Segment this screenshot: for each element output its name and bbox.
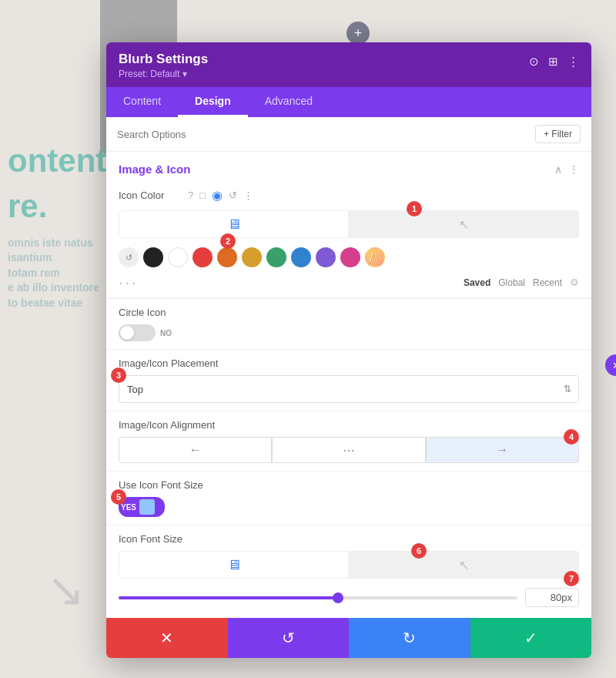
align-right-btn[interactable]: →: [426, 437, 579, 463]
font-size-device-left[interactable]: 🖥: [119, 551, 349, 579]
layout-icon[interactable]: ⊞: [548, 55, 558, 69]
color-active-icon[interactable]: ◉: [212, 188, 223, 203]
color-settings-icon[interactable]: ⚙: [570, 277, 579, 288]
section-title: Image & Icon: [119, 163, 190, 176]
badge-6: 6: [411, 543, 427, 559]
modal-title: Blurb Settings: [119, 52, 208, 67]
saved-tab-global[interactable]: Global: [498, 277, 525, 288]
section-header-image-icon: Image & Icon ∧ ⋮: [106, 152, 591, 183]
slider-track: [119, 596, 517, 599]
icon-color-controls: ? □ ◉ ↺ ⋮: [188, 188, 253, 203]
alignment-section: Image/Icon Alignment 4 ← ⋯ →: [106, 411, 591, 471]
placement-section: Image/Icon Placement 3 Top ⇅: [106, 349, 591, 411]
search-bar: + Filter: [106, 117, 591, 152]
arrow-decoration: ↘: [46, 562, 85, 616]
badge-7: 7: [564, 571, 579, 586]
color-preview-left[interactable]: 🖥: [119, 210, 349, 238]
blurb-settings-modal: Blurb Settings Preset: Default ▾ ⊙ ⊞ ⋮ C…: [106, 42, 591, 658]
tab-advanced[interactable]: Advanced: [248, 87, 330, 117]
section-more-icon[interactable]: ⋮: [568, 163, 579, 176]
font-size-section: Icon Font Size 6 🖥 ↖ 7: [106, 525, 591, 618]
badge-3: 3: [111, 368, 126, 383]
modal-preset[interactable]: Preset: Default ▾: [119, 69, 208, 79]
swatch-gradient[interactable]: /: [365, 247, 385, 267]
font-size-label: Icon Font Size: [119, 533, 579, 545]
tabs-bar: Content Design Advanced: [106, 87, 591, 117]
alignment-label: Image/Icon Alignment: [119, 419, 579, 431]
slider-container[interactable]: [119, 593, 517, 602]
saved-tabs: Saved Global Recent ⚙: [464, 277, 579, 288]
swatch-white[interactable]: [168, 247, 188, 267]
placement-label: Image/Icon Placement: [119, 357, 579, 369]
reset-icon[interactable]: ↺: [229, 190, 237, 201]
search-input[interactable]: [117, 129, 535, 140]
yes-label: YES: [121, 503, 136, 512]
help-icon[interactable]: ?: [188, 190, 193, 201]
swatch-black[interactable]: [143, 247, 163, 267]
modal-header: Blurb Settings Preset: Default ▾ ⊙ ⊞ ⋮: [106, 42, 591, 87]
circle-icon-toggle-value: NO: [160, 329, 172, 337]
desktop-icon[interactable]: □: [199, 190, 206, 201]
yes-toggle-box: [139, 499, 155, 515]
swatch-pink[interactable]: [340, 247, 360, 267]
font-size-preview-row: 🖥 ↖: [119, 551, 579, 579]
circle-icon-toggle[interactable]: [119, 324, 156, 341]
circle-icon-label: Circle Icon: [119, 307, 579, 318]
modal-body: Image & Icon ∧ ⋮ Icon Color ? □ ◉ ↺ ⋮ 1: [106, 152, 591, 618]
background-text: ontent re. omnis iste natus isantium tot…: [8, 139, 106, 311]
swatch-back-btn[interactable]: ↺: [119, 247, 139, 267]
badge-5: 5: [111, 489, 126, 505]
cursor-icon: ↖: [459, 217, 469, 232]
align-left-btn[interactable]: ←: [119, 437, 272, 463]
slider-fill: [119, 596, 338, 599]
slider-thumb[interactable]: [333, 592, 343, 603]
redo-button[interactable]: ↻: [349, 618, 470, 658]
icon-color-row: Icon Color ? □ ◉ ↺ ⋮: [106, 183, 591, 207]
color-preview-row: 🖥 ↖: [106, 207, 591, 241]
more-swatches[interactable]: ···: [119, 274, 139, 291]
cancel-button[interactable]: ✕: [106, 618, 228, 658]
tab-content[interactable]: Content: [106, 87, 178, 117]
add-button[interactable]: +: [346, 22, 370, 45]
badge-1: 1: [407, 201, 422, 216]
swatch-green[interactable]: [266, 247, 286, 267]
saved-tab-saved[interactable]: Saved: [464, 277, 490, 288]
placement-select[interactable]: Top: [119, 375, 579, 403]
undo-button[interactable]: ↺: [228, 618, 350, 658]
font-size-toggle-label: Use Icon Font Size: [119, 479, 579, 491]
filter-button[interactable]: + Filter: [535, 125, 581, 143]
circle-icon-toggle-row: NO: [119, 324, 579, 341]
placement-select-wrapper: Top ⇅: [119, 375, 579, 403]
align-center-btn[interactable]: ⋯: [272, 437, 425, 463]
badge-2: 2: [220, 233, 236, 249]
saved-tab-recent[interactable]: Recent: [533, 277, 562, 288]
alignment-buttons: ← ⋯ →: [119, 437, 579, 463]
more-options-icon[interactable]: ⋮: [243, 190, 253, 201]
swatch-orange[interactable]: [217, 247, 237, 267]
font-monitor-icon: 🖥: [227, 557, 241, 573]
font-size-device-right[interactable]: ↖: [349, 551, 579, 579]
swatch-red[interactable]: [192, 247, 213, 267]
toggle-knob: [120, 326, 134, 340]
color-preview-right[interactable]: ↖: [349, 210, 579, 238]
header-icons: ⊙ ⊞ ⋮: [529, 55, 579, 69]
font-size-input[interactable]: [525, 588, 579, 607]
settings-icon[interactable]: ⊙: [529, 55, 539, 69]
tab-design[interactable]: Design: [178, 87, 248, 117]
confirm-button[interactable]: ✓: [470, 618, 592, 658]
circle-icon-section: Circle Icon NO: [106, 298, 591, 349]
collapse-icon[interactable]: ∧: [554, 163, 562, 176]
font-size-toggle-section: Use Icon Font Size 5 YES: [106, 471, 591, 525]
icon-color-label: Icon Color: [119, 190, 180, 201]
modal-footer: ✕ ↺ ↻ ✓: [106, 618, 591, 658]
badge-4: 4: [564, 429, 579, 445]
swatch-yellow[interactable]: [242, 247, 262, 267]
color-swatches: ↺ /: [106, 241, 591, 274]
swatch-blue[interactable]: [291, 247, 311, 267]
section-icons: ∧ ⋮: [554, 163, 579, 176]
swatch-purple[interactable]: [316, 247, 336, 267]
monitor-icon: 🖥: [227, 216, 241, 233]
font-cursor-icon: ↖: [459, 558, 469, 572]
more-icon[interactable]: ⋮: [567, 55, 579, 69]
title-area: Blurb Settings Preset: Default ▾: [119, 52, 208, 79]
